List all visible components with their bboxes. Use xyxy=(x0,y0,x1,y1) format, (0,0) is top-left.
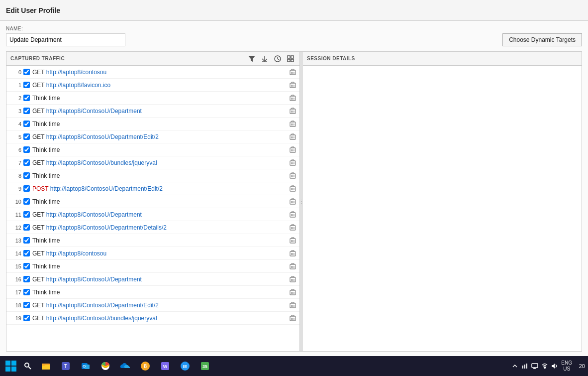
choose-dynamic-targets-button[interactable]: Choose Dynamic Targets xyxy=(502,33,582,46)
captured-traffic-title: CAPTURED TRAFFIC xyxy=(10,56,65,61)
row-index: 19 xyxy=(9,315,21,321)
traffic-row[interactable]: 17Think time xyxy=(6,286,299,299)
row-index: 0 xyxy=(9,69,21,75)
row-text: GET http://laptop8/ContosoU/Department/E… xyxy=(32,302,286,309)
row-index: 7 xyxy=(9,160,21,166)
clock-icon-button[interactable] xyxy=(273,54,283,64)
row-text: Think time xyxy=(32,121,286,127)
row-checkbox[interactable] xyxy=(23,263,30,269)
captured-traffic-header: CAPTURED TRAFFIC xyxy=(6,52,299,66)
row-delete-button[interactable] xyxy=(288,185,297,192)
row-index: 17 xyxy=(9,289,21,295)
svg-marker-0 xyxy=(248,56,255,62)
row-checkbox[interactable] xyxy=(23,237,30,244)
import-icon-button[interactable] xyxy=(260,54,270,64)
row-checkbox[interactable] xyxy=(23,95,30,101)
row-delete-button[interactable] xyxy=(288,224,297,231)
row-text: Think time xyxy=(32,172,286,179)
row-delete-button[interactable] xyxy=(288,263,297,269)
row-checkbox[interactable] xyxy=(23,159,30,166)
row-delete-button[interactable] xyxy=(288,146,297,153)
session-details-title: SESSION DETAILS xyxy=(307,56,355,61)
traffic-row[interactable]: 7GET http://laptop8/ContosoU/bundles/jqu… xyxy=(6,156,299,169)
row-index: 18 xyxy=(9,302,21,308)
row-index: 9 xyxy=(9,186,21,192)
row-delete-button[interactable] xyxy=(288,211,297,218)
row-delete-button[interactable] xyxy=(288,121,297,127)
row-text: Think time xyxy=(32,146,286,153)
row-index: 8 xyxy=(9,173,21,179)
row-delete-button[interactable] xyxy=(288,198,297,205)
row-checkbox[interactable] xyxy=(23,211,30,218)
main-area: NAME: Choose Dynamic Targets CAPTURED TR… xyxy=(0,21,588,356)
row-delete-button[interactable] xyxy=(288,289,297,295)
row-checkbox[interactable] xyxy=(23,121,30,127)
traffic-row[interactable]: 15Think time xyxy=(6,260,299,273)
row-delete-button[interactable] xyxy=(288,82,297,88)
row-delete-button[interactable] xyxy=(288,250,297,256)
row-text: GET http://laptop8/ContosoU/bundles/jque… xyxy=(32,315,286,322)
row-delete-button[interactable] xyxy=(288,159,297,166)
row-checkbox[interactable] xyxy=(23,276,30,282)
row-delete-button[interactable] xyxy=(288,237,297,244)
row-delete-button[interactable] xyxy=(288,276,297,282)
row-checkbox[interactable] xyxy=(23,289,30,295)
traffic-list[interactable]: 0GET http://laptop8/contosou 1GET http:/… xyxy=(6,66,299,351)
traffic-row[interactable]: 9POST http://laptop8/ContosoU/Department… xyxy=(6,182,299,195)
row-checkbox[interactable] xyxy=(23,108,30,114)
row-checkbox[interactable] xyxy=(23,185,30,192)
traffic-row[interactable]: 11GET http://laptop8/ContosoU/Department xyxy=(6,208,299,221)
traffic-row[interactable]: 0GET http://laptop8/contosou xyxy=(6,66,299,79)
name-input[interactable] xyxy=(6,33,125,46)
row-delete-button[interactable] xyxy=(288,69,297,75)
row-checkbox[interactable] xyxy=(23,133,30,140)
panels-container: CAPTURED TRAFFIC xyxy=(6,51,582,352)
traffic-row[interactable]: 16GET http://laptop8/ContosoU/Department xyxy=(6,273,299,286)
traffic-row[interactable]: 12GET http://laptop8/ContosoU/Department… xyxy=(6,221,299,234)
split-icon-button[interactable] xyxy=(286,54,295,64)
row-delete-button[interactable] xyxy=(288,95,297,101)
row-index: 5 xyxy=(9,134,21,140)
row-delete-button[interactable] xyxy=(288,108,297,114)
row-text: GET http://laptop8/ContosoU/Department xyxy=(32,211,286,218)
filter-icon-button[interactable] xyxy=(247,54,257,64)
svg-rect-5 xyxy=(291,56,294,58)
row-delete-button[interactable] xyxy=(288,133,297,140)
row-checkbox[interactable] xyxy=(23,146,30,153)
row-text: Think time xyxy=(32,198,286,205)
captured-traffic-panel: CAPTURED TRAFFIC xyxy=(6,52,300,351)
traffic-row[interactable]: 13Think time xyxy=(6,234,299,247)
traffic-row[interactable]: 18GET http://laptop8/ContosoU/Department… xyxy=(6,299,299,312)
row-index: 6 xyxy=(9,147,21,153)
traffic-row[interactable]: 8Think time xyxy=(6,169,299,182)
traffic-row[interactable]: 4Think time xyxy=(6,118,299,130)
traffic-row[interactable]: 14GET http://laptop8/contosou xyxy=(6,247,299,260)
traffic-row[interactable]: 1GET http://laptop8/favicon.ico xyxy=(6,79,299,92)
row-delete-button[interactable] xyxy=(288,315,297,321)
row-checkbox[interactable] xyxy=(23,172,30,179)
row-delete-button[interactable] xyxy=(288,172,297,179)
traffic-row[interactable]: 19GET http://laptop8/ContosoU/bundles/jq… xyxy=(6,312,299,325)
row-text: GET http://laptop8/favicon.ico xyxy=(32,82,286,89)
traffic-row[interactable]: 2Think time xyxy=(6,92,299,105)
row-checkbox[interactable] xyxy=(23,69,30,75)
traffic-row[interactable]: 3GET http://laptop8/ContosoU/Department xyxy=(6,105,299,118)
row-index: 12 xyxy=(9,225,21,231)
traffic-row[interactable]: 5GET http://laptop8/ContosoU/Department/… xyxy=(6,130,299,143)
row-index: 1 xyxy=(9,82,21,88)
row-checkbox[interactable] xyxy=(23,302,30,308)
traffic-row[interactable]: 10Think time xyxy=(6,195,299,208)
row-checkbox[interactable] xyxy=(23,315,30,321)
row-checkbox[interactable] xyxy=(23,198,30,205)
row-checkbox[interactable] xyxy=(23,250,30,256)
name-label: NAME: xyxy=(6,26,125,31)
row-checkbox[interactable] xyxy=(23,82,30,88)
page-title: Edit User Profile xyxy=(6,6,60,14)
row-delete-button[interactable] xyxy=(288,302,297,308)
row-checkbox[interactable] xyxy=(23,224,30,231)
session-details-header: SESSION DETAILS xyxy=(303,52,582,66)
row-text: GET http://laptop8/ContosoU/Department xyxy=(32,108,286,115)
row-text: Think time xyxy=(32,237,286,244)
session-details-panel: SESSION DETAILS xyxy=(303,52,582,351)
traffic-row[interactable]: 6Think time xyxy=(6,143,299,156)
